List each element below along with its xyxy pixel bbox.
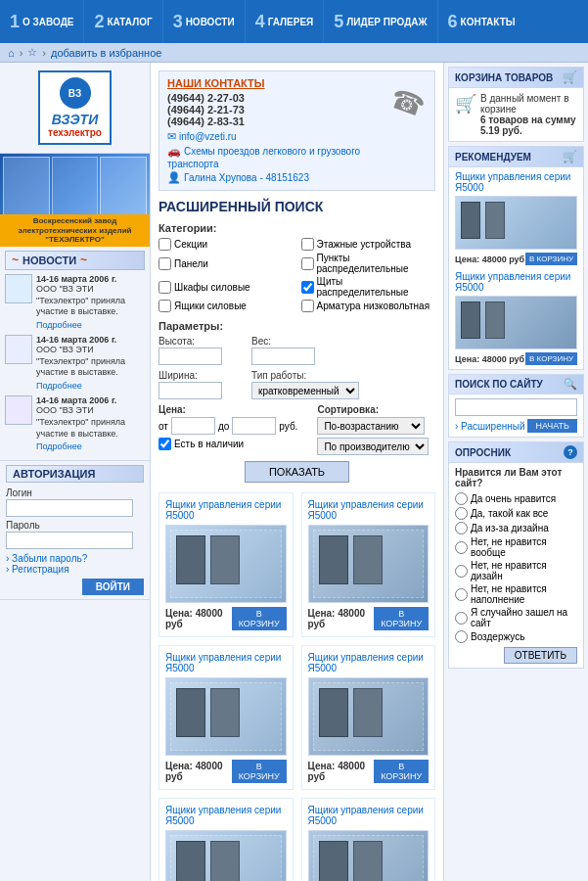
params-label: Параметры: (158, 320, 435, 332)
phone-3: (49644) 2-83-31 (167, 116, 378, 127)
nav-num-1: 1 (10, 12, 20, 32)
cat-5[interactable]: Этажные устройства (301, 238, 436, 251)
nav-label-1: О ЗАВОДЕ (23, 17, 73, 27)
nav-label-6: КОНТАКТЫ (461, 17, 516, 27)
breadcrumb: ⌂ › ☆ › добавить в избранное (0, 43, 588, 63)
poll-option-3[interactable]: Да из-за дизайна (455, 522, 577, 534)
product-image-1 (165, 525, 287, 603)
price-from-input[interactable] (171, 417, 215, 435)
product-card-6: Ящики управления серии Я5000 Цена: 48000… (301, 798, 436, 881)
search-start-btn[interactable]: НАЧАТЬ (527, 419, 577, 433)
news-date-1: 14-16 марта 2006 г. (36, 274, 145, 284)
product-title-6[interactable]: Ящики управления серии Я5000 (308, 805, 430, 826)
cat-1[interactable]: Секции (158, 238, 294, 251)
rec-product-title-1[interactable]: Ящики управления серии Я5000 (455, 171, 577, 193)
site-search-input[interactable] (455, 398, 577, 416)
poll-option-5[interactable]: Нет, не нравится дизайн (455, 560, 577, 581)
poll-option-1[interactable]: Да очень нравится (455, 492, 577, 505)
register-link[interactable]: › Регистрация (6, 564, 144, 575)
poll-option-6[interactable]: Нет, не нравится наполнение (455, 583, 577, 605)
nav-item-5[interactable]: 5 ЛИДЕР ПРОДАЖ (324, 0, 437, 43)
login-input[interactable] (6, 499, 133, 517)
product-card-5: Ящики управления серии Я5000 Цена: 48000… (158, 798, 294, 881)
add-to-cart-4[interactable]: В КОРЗИНУ (374, 760, 429, 783)
nav-num-4: 4 (255, 12, 265, 32)
email-link[interactable]: info@vzeti.ru (179, 131, 237, 142)
forgot-password-link[interactable]: › Забыли пароль? (6, 553, 144, 564)
nav-num-5: 5 (334, 12, 343, 32)
news-img-3 (5, 395, 32, 425)
price-field: Цена: от до руб. Есть в наличии (158, 404, 297, 450)
categories-grid: Секции Этажные устройства Панели Пункты … (158, 238, 435, 312)
nav-item-3[interactable]: 3 НОВОСТИ (163, 0, 246, 43)
rec-price-2: Цена: 48000 руб (455, 354, 524, 364)
poll-option-4[interactable]: Нет, не нравится вообще (455, 536, 577, 558)
search-title: РАСШИРЕННЫЙ ПОИСК (158, 199, 435, 214)
poll-submit-btn[interactable]: ОТВЕТИТЬ (504, 647, 577, 664)
sort-select-1[interactable]: По-возрастанию (317, 417, 425, 435)
price-to-input[interactable] (232, 417, 276, 435)
worktype-label: Тип работы: (251, 370, 359, 381)
poll-title: ОПРОСНИК ? (449, 442, 583, 463)
in-stock-checkbox[interactable]: Есть в наличии (158, 438, 297, 450)
rec-product-title-2[interactable]: Ящики управления серии Я5000 (455, 271, 577, 293)
sort-select-2[interactable]: По производителю (317, 438, 429, 455)
product-price-2: Цена: 48000 руб (308, 608, 375, 629)
cat-7[interactable]: Щиты распределительные (301, 276, 436, 298)
width-input[interactable] (158, 382, 222, 399)
logo-box: ВЗ ВЗЭТИ техэлектро (38, 70, 112, 145)
news-item-1: 14-16 марта 2006 г. ООО "ВЗ ЭТИ "Техэлек… (5, 274, 145, 330)
height-input[interactable] (158, 348, 222, 365)
cat-8[interactable]: Арматура низковольтная (301, 300, 436, 312)
rec-price-1: Цена: 48000 руб (455, 255, 524, 264)
rec-cart-2[interactable]: В КОРЗИНУ (525, 352, 577, 365)
add-to-cart-1[interactable]: В КОРЗИНУ (232, 607, 287, 630)
breadcrumb-link[interactable]: добавить в избранное (51, 47, 161, 59)
route-link[interactable]: Схемы проездов легкового и грузового тра… (167, 146, 360, 169)
height-label: Высота: (158, 336, 222, 347)
logo-bottom-text: техэлектро (48, 127, 102, 138)
product-grid: Ящики управления серии Я5000 Цена: 48000… (158, 492, 435, 881)
password-input[interactable] (6, 532, 133, 549)
nav-label-4: ГАЛЕРЕЯ (268, 17, 314, 27)
question-icon: ? (564, 445, 577, 459)
poll-option-7[interactable]: Я случайно зашел на сайт (455, 607, 577, 628)
login-button[interactable]: ВОЙТИ (82, 579, 144, 595)
worktype-select[interactable]: кратковременный (251, 382, 359, 399)
top-navigation: 1 О ЗАВОДЕ 2 КАТАЛОГ 3 НОВОСТИ 4 ГАЛЕРЕЯ… (0, 0, 588, 43)
person-link[interactable]: Галина Хрупова - 48151623 (184, 172, 309, 183)
cat-4[interactable]: Ящики силовые (158, 300, 294, 312)
cart-icon: 🛒 (563, 70, 577, 84)
nav-item-6[interactable]: 6 КОНТАКТЫ (438, 0, 525, 43)
cart-box-title: КОРЗИНА ТОВАРОВ 🛒 (449, 68, 583, 88)
news-more-1[interactable]: Подробнее (36, 320, 82, 330)
add-to-cart-2[interactable]: В КОРЗИНУ (374, 607, 429, 630)
show-button[interactable]: ПОКАЗАТЬ (245, 461, 349, 483)
cart-icon-sm: 🛒 (455, 93, 476, 115)
weight-field: Вес: (251, 336, 315, 365)
nav-item-4[interactable]: 4 ГАЛЕРЕЯ (246, 0, 325, 43)
nav-item-2[interactable]: 2 КАТАЛОГ (84, 0, 162, 43)
nav-item-1[interactable]: 1 О ЗАВОДЕ (0, 0, 84, 43)
product-title-1[interactable]: Ящики управления серии Я5000 (165, 499, 287, 521)
weight-input[interactable] (251, 348, 315, 365)
poll-option-2[interactable]: Да, такой как все (455, 507, 577, 520)
phone-1: (49644) 2-27-03 (167, 92, 378, 104)
product-title-2[interactable]: Ящики управления серии Я5000 (308, 499, 430, 521)
add-to-cart-3[interactable]: В КОРЗИНУ (232, 760, 287, 783)
rec-cart-1[interactable]: В КОРЗИНУ (525, 253, 577, 265)
cat-2[interactable]: Панели (158, 253, 294, 274)
product-title-3[interactable]: Ящики управления серии Я5000 (165, 652, 287, 673)
worktype-field: Тип работы: кратковременный (251, 370, 359, 399)
advanced-search-link[interactable]: › Расширенный (455, 421, 525, 432)
news-date-3: 14-16 марта 2006 г. (36, 395, 145, 405)
price-to-label: до (218, 421, 229, 432)
cat-6[interactable]: Пункты распределительные (301, 253, 436, 274)
poll-option-8[interactable]: Воздержусь (455, 630, 577, 643)
news-more-3[interactable]: Подробнее (36, 441, 82, 451)
cart-content: 🛒 В данный момент в корзине 6 товаров на… (449, 88, 583, 141)
news-more-2[interactable]: Подробнее (36, 381, 82, 391)
cat-3[interactable]: Шкафы силовые (158, 276, 294, 298)
product-title-5[interactable]: Ящики управления серии Я5000 (165, 805, 287, 826)
product-title-4[interactable]: Ящики управления серии Я5000 (308, 652, 430, 673)
